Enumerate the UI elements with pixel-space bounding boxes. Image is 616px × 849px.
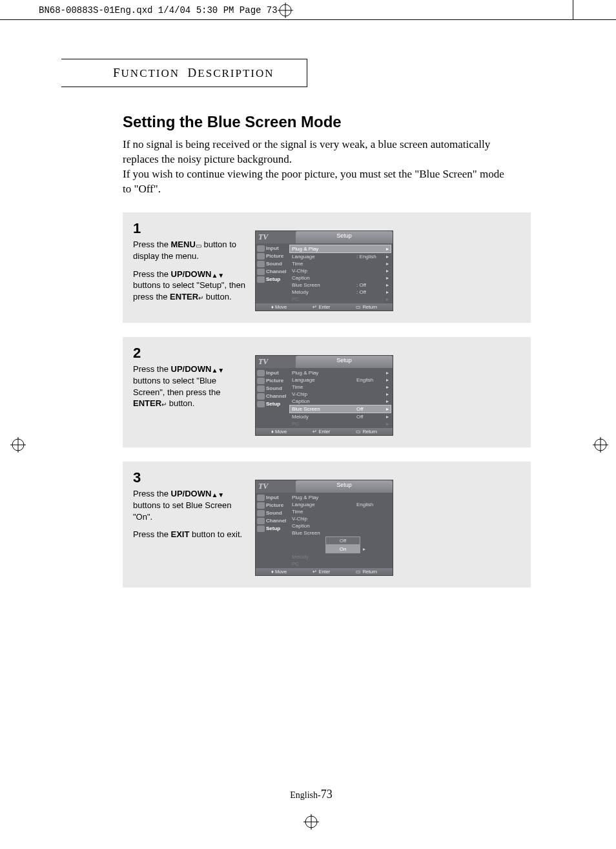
step-paragraph: Press the UP/DOWN▲▼ buttons to set Blue …	[133, 488, 246, 522]
tv-menu-row: Melody	[289, 553, 391, 560]
tv-side-label: Picture	[266, 378, 283, 384]
tv-side-item: Channel	[257, 268, 288, 276]
tv-row-value	[356, 529, 384, 537]
tv-menu-row: LanguageEnglish	[289, 501, 391, 508]
tv-row-value: English	[356, 376, 384, 384]
tv-row-value	[356, 553, 384, 560]
tv-side-label: Setup	[266, 401, 280, 407]
tv-side-label: Setup	[266, 526, 280, 531]
up-down-icon: ▲▼	[211, 367, 224, 374]
section-title: FUNCTION DESCRIPTION	[113, 67, 274, 79]
page: FUNCTION DESCRIPTION Setting the Blue Sc…	[0, 20, 616, 849]
tv-row-value	[356, 260, 384, 267]
tv-title: Setup	[296, 480, 393, 493]
side-icon	[257, 370, 265, 376]
chevron-right-icon: ▸	[384, 384, 389, 391]
tv-row-label: Language	[292, 376, 356, 384]
tv-main: Plug & Play▸Language: English▸Time▸V-Chi…	[288, 243, 393, 303]
page-number-value: 73	[321, 788, 333, 801]
tv-side-item: Sound	[257, 260, 288, 268]
tv-side-item: Channel	[257, 393, 288, 400]
chevron-right-icon: ▸	[384, 274, 389, 281]
chevron-right-icon: ▸	[384, 281, 389, 289]
step-number: 3	[133, 468, 246, 487]
tv-main: Plug & Play▸LanguageEnglish▸Time▸V-Chip▸…	[288, 368, 393, 428]
menu-icon: ▭	[196, 243, 201, 249]
header-text: BN68-00883S-01Eng.qxd 1/4/04 5:30 PM Pag…	[39, 5, 278, 15]
step-block: 2Press the UP/DOWN▲▼ buttons to select "…	[123, 337, 531, 447]
tv-row-label: Plug & Play	[292, 245, 356, 252]
tv-side-item: Channel	[257, 517, 288, 525]
side-icon	[257, 510, 265, 517]
tv-row-label: Caption	[292, 398, 356, 405]
tv-menu-row: Caption▸	[289, 398, 391, 405]
tv-menu-row: V-Chip▸	[289, 267, 391, 274]
tv-side-label: Picture	[266, 502, 283, 508]
intro: If no signal is being received or the si…	[123, 138, 510, 197]
chevron-right-icon: ▸	[384, 245, 389, 252]
tv-side-item: Setup	[257, 525, 288, 533]
step-block: 1Press the MENU▭ button to display the m…	[123, 212, 531, 323]
tv-row-label: Plug & Play	[292, 494, 356, 501]
tv-menu-row: Plug & Play▸	[289, 369, 391, 376]
side-icon	[257, 276, 265, 283]
tv-side-item: Input	[257, 369, 288, 377]
step-block: 3Press the UP/DOWN▲▼ buttons to set Blue…	[123, 462, 531, 588]
tv-row-value	[356, 296, 384, 303]
tv-logo: TV	[256, 480, 296, 493]
tv-row-value	[356, 391, 384, 398]
tv-row-value	[356, 369, 384, 376]
side-icon	[257, 385, 265, 392]
tv-row-value	[356, 384, 384, 391]
tv-menu-row: Blue Screen	[289, 529, 391, 537]
tv-row-label: Language	[292, 253, 356, 260]
tv-row-value: : Off	[356, 289, 384, 296]
chevron-right-icon	[384, 522, 389, 529]
tv-row-label: PC	[292, 560, 356, 568]
tv-menu-row: MelodyOff▸	[289, 413, 391, 420]
chevron-right-icon: ▸	[384, 289, 389, 296]
tv-row-label: V-Chip	[292, 515, 356, 522]
chevron-right-icon: ▸	[384, 253, 389, 260]
chevron-right-icon: ▸	[384, 413, 389, 420]
tv-menu-row: Plug & Play	[289, 494, 391, 501]
tv-foot-move: ♦ Move	[271, 304, 287, 310]
tv-title: Setup	[296, 231, 393, 243]
tv-side-label: Input	[266, 245, 279, 251]
tv-row-label: Melody	[292, 289, 356, 296]
tv-header: TVSetup	[256, 356, 393, 368]
intro-line2: If you wish to continue viewing the poor…	[123, 168, 504, 195]
step-number: 1	[133, 219, 246, 238]
side-icon	[257, 526, 265, 532]
tv-foot-enter: ↵ Enter	[313, 304, 330, 310]
tv-menu-row: Time▸	[289, 260, 391, 267]
tv-foot-move: ♦ Move	[271, 429, 287, 435]
chevron-right-icon: ▸	[384, 267, 389, 274]
tv-screenshot: TVSetupInputPictureSoundChannelSetupPlug…	[255, 230, 393, 311]
step-text: 3Press the UP/DOWN▲▼ buttons to set Blue…	[133, 468, 246, 576]
crop-mark-right	[593, 437, 608, 456]
tv-side-label: Sound	[266, 261, 282, 267]
tv-side-item: Picture	[257, 502, 288, 509]
tv-footer: ♦ Move↵ Enter▭ Return	[256, 568, 393, 575]
tv-row-value	[356, 398, 384, 405]
tv-row-value	[356, 245, 384, 252]
tv-side-label: Setup	[266, 276, 280, 282]
page-title: Setting the Blue Screen Mode	[123, 113, 558, 131]
tv-row-value	[356, 560, 384, 568]
chevron-right-icon: ▸	[384, 376, 389, 384]
step-paragraph: Press the EXIT button to exit.	[133, 529, 246, 540]
tv-side-item: Sound	[257, 385, 288, 393]
tv-side-item: Input	[257, 494, 288, 502]
crop-mark-left	[10, 437, 26, 456]
tv-row-label: Language	[292, 501, 356, 508]
enter-icon: ↵	[198, 295, 203, 302]
tv-side-label: Sound	[266, 510, 282, 516]
tv-foot-enter: ↵ Enter	[313, 569, 330, 575]
step-paragraph: Press the UP/DOWN▲▼ buttons to select "B…	[133, 363, 246, 409]
side-icon	[257, 502, 265, 509]
tv-side-label: Sound	[266, 385, 282, 391]
tv-foot-return: ▭ Return	[356, 429, 377, 435]
up-down-icon: ▲▼	[211, 272, 224, 279]
tv-foot-return: ▭ Return	[356, 569, 377, 575]
